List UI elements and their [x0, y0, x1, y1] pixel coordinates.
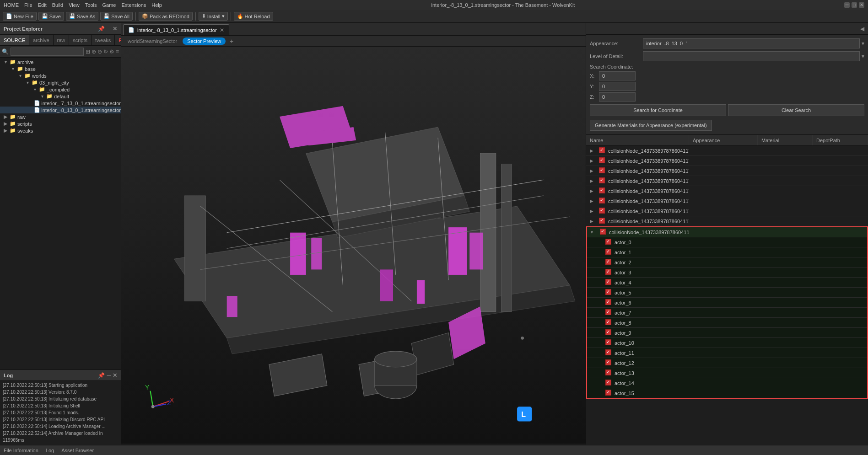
table-row[interactable]: ▶ collisionNode_14373389787860411769: [586, 196, 868, 206]
pack-as-redmod-button[interactable]: 📦 Pack as REDmod: [139, 12, 193, 21]
table-row-highlighted-parent[interactable]: ▾ collisionNode_14373389787860411769: [587, 227, 867, 237]
actor-check-12[interactable]: [605, 359, 613, 366]
log-pin-button[interactable]: 📌: [98, 372, 105, 379]
coord-y-input[interactable]: [599, 82, 636, 91]
log-minimize-button[interactable]: ─: [107, 372, 111, 379]
source-tab-raw[interactable]: raw: [54, 35, 70, 45]
table-row-actor-14[interactable]: actor_14: [587, 378, 867, 388]
more-icon[interactable]: ≡: [116, 48, 119, 55]
tree-item-interior-7[interactable]: 📄 interior_-7_13_0_1.streamingsector: [0, 100, 121, 107]
tree-item-raw[interactable]: ▶ 📁 raw: [0, 113, 121, 120]
table-row-actor-8[interactable]: actor_8: [587, 318, 867, 328]
row-expand-2[interactable]: ▶: [590, 158, 597, 163]
minimize-button[interactable]: ─: [844, 2, 850, 8]
row-check-5[interactable]: [599, 187, 606, 194]
row-expand-4[interactable]: ▶: [590, 178, 597, 183]
menu-file[interactable]: File: [24, 2, 32, 8]
lod-input[interactable]: [643, 51, 860, 61]
install-button[interactable]: ⬇ Install ▾: [199, 12, 228, 21]
hot-reload-button[interactable]: 🔥 Hot Reload: [234, 12, 273, 21]
row-check-1[interactable]: [599, 147, 606, 154]
coord-x-input[interactable]: [599, 71, 636, 80]
row-check-7[interactable]: [599, 208, 606, 214]
table-row-actor-15[interactable]: actor_15: [587, 388, 867, 398]
sector-table[interactable]: Name Appearance Material DepotPath ▶ col…: [586, 135, 868, 445]
table-row[interactable]: ▶ collisionNode_14373389787860411769: [586, 176, 868, 186]
table-row[interactable]: ▶ collisionNode_14373389787860411769: [586, 166, 868, 176]
menu-home[interactable]: HOME: [4, 2, 19, 8]
settings-icon[interactable]: ⚙: [109, 48, 114, 55]
panel-pin-button[interactable]: 📌: [98, 26, 105, 32]
save-button[interactable]: 💾 Save: [38, 12, 64, 21]
actor-check-9[interactable]: [605, 329, 613, 336]
asset-browser-label[interactable]: Asset Browser: [61, 448, 94, 453]
actor-check-1[interactable]: [605, 249, 613, 256]
tree-item-default[interactable]: ▾ 📁 default: [0, 93, 121, 100]
table-row[interactable]: ▶ collisionNode_14373389787860411769: [586, 186, 868, 196]
row-expand-8[interactable]: ▶: [590, 219, 597, 224]
row-expand-9[interactable]: ▾: [591, 230, 598, 235]
tree-item-archive[interactable]: ▾ 📁 archive: [0, 59, 121, 65]
save-all-button[interactable]: 💾 Save All: [100, 12, 133, 21]
maximize-button[interactable]: □: [852, 2, 857, 8]
generate-materials-button[interactable]: Generate Materials for Appearance (exper…: [590, 120, 712, 131]
file-information-label[interactable]: File Information: [4, 448, 38, 453]
actor-check-2[interactable]: [605, 259, 613, 266]
search-for-coordinate-button[interactable]: Search for Coordinate: [590, 104, 726, 116]
panel-minimize-button[interactable]: ─: [107, 26, 111, 32]
tree-item-worlds[interactable]: ▾ 📁 worlds: [0, 72, 121, 79]
collapse-all-icon[interactable]: ⊖: [97, 48, 102, 55]
row-expand-6[interactable]: ▶: [590, 198, 597, 203]
actor-check-11[interactable]: [605, 349, 613, 356]
tab-interior-file[interactable]: 📄 interior_-8_13_0_1.streamingsector ✕: [123, 24, 229, 35]
table-row-actor-7[interactable]: actor_7: [587, 308, 867, 318]
tab-close-button[interactable]: ✕: [220, 27, 224, 33]
log-label[interactable]: Log: [46, 448, 54, 453]
actor-check-6[interactable]: [605, 299, 613, 306]
row-check-2[interactable]: [599, 157, 606, 164]
new-file-button[interactable]: 📄 New File: [3, 12, 37, 21]
menu-extensions[interactable]: Extensions: [121, 2, 146, 8]
tree-item-compiled[interactable]: ▾ 📁 _compiled: [0, 86, 121, 93]
table-row[interactable]: ▶ collisionNode_14373389787860411769: [586, 206, 868, 216]
tree-item-tweaks[interactable]: ▶ 📁 tweaks: [0, 127, 121, 134]
row-check-4[interactable]: [599, 177, 606, 184]
table-row-actor-5[interactable]: actor_5: [587, 288, 867, 298]
menu-view[interactable]: View: [69, 2, 80, 8]
row-check-8[interactable]: [599, 218, 606, 225]
table-row-actor-9[interactable]: actor_9: [587, 328, 867, 338]
project-search-input[interactable]: [11, 48, 84, 56]
actor-check-15[interactable]: [605, 390, 613, 396]
table-row-actor-11[interactable]: actor_11: [587, 348, 867, 358]
row-expand-5[interactable]: ▶: [590, 188, 597, 193]
row-check-3[interactable]: [599, 167, 606, 174]
table-row-actor-13[interactable]: actor_13: [587, 368, 867, 378]
save-as-button[interactable]: 💾 Save As: [66, 12, 98, 21]
menu-help[interactable]: Help: [151, 2, 162, 8]
appearance-dropdown-icon[interactable]: ▾: [862, 40, 864, 47]
table-row-actor-3[interactable]: actor_3: [587, 268, 867, 278]
row-expand-3[interactable]: ▶: [590, 168, 597, 173]
table-row-actor-1[interactable]: actor_1: [587, 247, 867, 257]
menu-edit[interactable]: Edit: [38, 2, 47, 8]
tree-item-scripts[interactable]: ▶ 📁 scripts: [0, 120, 121, 127]
source-tab-tweaks[interactable]: tweaks: [92, 35, 115, 45]
table-row-actor-10[interactable]: actor_10: [587, 338, 867, 348]
actor-check-0[interactable]: [605, 239, 613, 246]
menu-tools[interactable]: Tools: [85, 2, 97, 8]
3d-viewport[interactable]: X Y Z L: [121, 47, 586, 445]
clear-search-button[interactable]: Clear Search: [728, 104, 864, 116]
actor-check-10[interactable]: [605, 339, 613, 346]
row-expand-7[interactable]: ▶: [590, 209, 597, 214]
menu-game[interactable]: Game: [102, 2, 116, 8]
sub-tab-sector-preview[interactable]: Sector Preview: [183, 37, 226, 45]
tree-item-interior-8[interactable]: 📄 interior_-8_13_0_1.streamingsector: [0, 107, 121, 113]
table-row-actor-12[interactable]: actor_12: [587, 358, 867, 368]
tree-item-night-city[interactable]: ▾ 📁 03_night_city: [0, 79, 121, 86]
coord-z-input[interactable]: [599, 92, 636, 102]
close-button[interactable]: ✕: [859, 2, 864, 8]
table-row[interactable]: ▶ collisionNode_14373389787860411769: [586, 156, 868, 166]
menu-build[interactable]: Build: [52, 2, 63, 8]
log-close-button[interactable]: ✕: [113, 372, 117, 379]
right-panel-expand[interactable]: ◀: [860, 26, 864, 32]
